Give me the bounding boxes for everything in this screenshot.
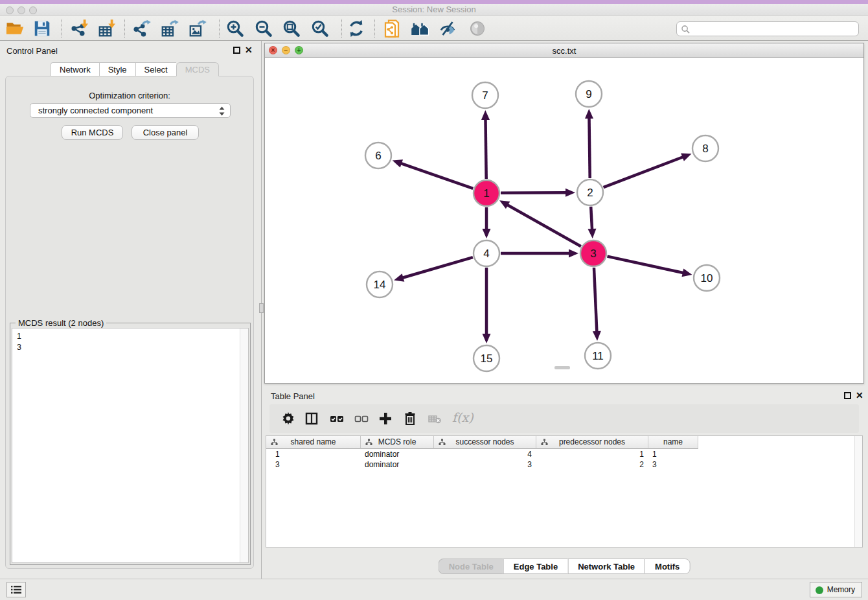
panel-splitter[interactable] — [259, 41, 264, 579]
svg-text:6: 6 — [375, 150, 381, 162]
apply-layout-icon[interactable] — [347, 19, 366, 38]
node-table: shared nameMCDS rolesuccessor nodesprede… — [266, 435, 863, 548]
graph-edge-2-8[interactable] — [604, 153, 692, 187]
tab-mcds[interactable]: MCDS — [176, 62, 219, 76]
graph-node-10[interactable]: 10 — [694, 265, 720, 291]
show-all-icon[interactable] — [411, 19, 430, 38]
tab-edge-table[interactable]: Edge Table — [503, 559, 567, 574]
import-table-icon[interactable] — [97, 19, 117, 38]
graph-edge-1-4[interactable] — [483, 207, 491, 238]
graph-edge-3-1[interactable] — [499, 200, 581, 246]
delete-table-icon[interactable] — [427, 411, 442, 426]
close-panel-button[interactable]: Close panel — [131, 125, 199, 140]
close-panel-icon[interactable]: ✕ — [856, 391, 863, 400]
close-panel-icon[interactable]: ✕ — [245, 45, 253, 54]
graph-edge-2-9[interactable] — [585, 109, 593, 178]
table-cell[interactable]: 3 — [648, 459, 698, 470]
table-cell[interactable]: 3 — [266, 459, 361, 470]
open-session-icon[interactable] — [5, 19, 25, 38]
graph-node-8[interactable]: 8 — [692, 135, 718, 161]
graph-edge-1-7[interactable] — [481, 110, 490, 179]
column-header-successor-nodes[interactable]: successor nodes — [434, 436, 536, 449]
show-columns-icon[interactable] — [304, 411, 319, 426]
graph-edge-1-2[interactable] — [501, 189, 575, 197]
export-network-icon[interactable] — [132, 19, 152, 38]
splitter-grip-icon[interactable] — [259, 303, 264, 313]
graph-node-15[interactable]: 15 — [474, 345, 499, 371]
table-cell[interactable]: dominator — [361, 459, 434, 470]
float-panel-icon[interactable] — [233, 47, 240, 54]
graph-edge-2-3[interactable] — [588, 207, 596, 238]
toolbar-separator — [124, 19, 125, 38]
float-panel-icon[interactable] — [844, 392, 851, 399]
new-network-icon[interactable] — [382, 19, 402, 38]
table-cell[interactable]: 1 — [648, 449, 698, 459]
import-network-icon[interactable] — [70, 19, 89, 38]
table-cell[interactable]: 4 — [434, 449, 536, 459]
table-settings-icon[interactable] — [280, 411, 296, 426]
column-header-MCDS-role[interactable]: MCDS role — [361, 436, 434, 449]
delete-column-icon[interactable] — [402, 411, 418, 426]
search-input[interactable] — [694, 23, 854, 35]
tab-network[interactable]: Network — [51, 62, 99, 76]
graph-node-14[interactable]: 14 — [367, 271, 393, 297]
svg-text:1: 1 — [483, 187, 489, 200]
graph-node-2[interactable]: 2 — [577, 179, 603, 205]
network-canvas[interactable]: 1234678910111415 — [265, 58, 863, 384]
tab-node-table[interactable]: Node Table — [439, 559, 503, 574]
graph-edge-4-3[interactable] — [501, 249, 578, 258]
table-scrollbar[interactable] — [854, 436, 862, 547]
function-builder-icon[interactable]: f(x) — [452, 410, 474, 424]
zoom-fit-icon[interactable] — [282, 19, 301, 38]
table-row[interactable]: 3dominator323 — [266, 459, 856, 470]
column-header-shared-name[interactable]: shared name — [266, 436, 361, 449]
tab-motifs[interactable]: Motifs — [645, 559, 690, 574]
memory-button[interactable]: Memory — [810, 582, 862, 597]
zoom-in-icon[interactable] — [225, 19, 245, 38]
graph-edge-4-14[interactable] — [394, 257, 473, 281]
deselect-all-rows-icon[interactable] — [354, 411, 369, 426]
graph-node-3[interactable]: 3 — [580, 240, 606, 266]
graph-edge-3-10[interactable] — [607, 257, 692, 277]
add-column-icon[interactable] — [378, 411, 393, 426]
graph-node-11[interactable]: 11 — [585, 343, 611, 369]
result-line: 1 — [17, 331, 21, 342]
table-cell[interactable]: 2 — [536, 459, 648, 470]
graph-edge-4-15[interactable] — [483, 268, 491, 343]
show-hidden-icon[interactable] — [468, 19, 487, 38]
svg-text:11: 11 — [592, 350, 604, 362]
table-cell[interactable]: 1 — [536, 449, 648, 459]
mcds-result-textarea[interactable]: 13 — [12, 328, 249, 563]
run-mcds-button[interactable]: Run MCDS — [62, 125, 123, 140]
optimization-criterion-select[interactable]: strongly connected component — [30, 103, 231, 118]
tab-network-table[interactable]: Network Table — [567, 559, 645, 574]
graph-node-4[interactable]: 4 — [474, 240, 499, 266]
task-history-button[interactable] — [6, 582, 26, 597]
network-window-titlebar[interactable]: × − + scc.txt — [265, 43, 863, 58]
table-row[interactable]: 1dominator411 — [266, 449, 856, 459]
graph-edge-1-6[interactable] — [393, 159, 473, 188]
table-cell[interactable]: 1 — [266, 449, 361, 459]
toolbar-separator — [61, 19, 62, 38]
graph-edge-3-11[interactable] — [593, 268, 601, 341]
graph-node-9[interactable]: 9 — [576, 81, 602, 107]
select-all-rows-icon[interactable] — [329, 411, 345, 426]
svg-text:2: 2 — [587, 187, 593, 199]
zoom-selected-icon[interactable] — [310, 19, 330, 38]
graph-node-1[interactable]: 1 — [474, 180, 499, 206]
hide-selected-icon[interactable] — [438, 19, 457, 38]
result-scrollbar[interactable] — [240, 329, 248, 562]
export-table-icon[interactable] — [160, 19, 179, 38]
table-cell[interactable]: dominator — [361, 449, 434, 459]
column-header-predecessor-nodes[interactable]: predecessor nodes — [536, 436, 648, 449]
graph-node-6[interactable]: 6 — [365, 143, 391, 168]
zoom-out-icon[interactable] — [254, 19, 273, 38]
tab-style[interactable]: Style — [99, 62, 135, 76]
tab-select[interactable]: Select — [135, 62, 176, 76]
canvas-scrollbar[interactable] — [554, 366, 570, 369]
column-header-name[interactable]: name — [648, 436, 698, 449]
save-session-icon[interactable] — [32, 19, 52, 38]
export-image-icon[interactable] — [188, 19, 207, 38]
graph-node-7[interactable]: 7 — [472, 82, 498, 108]
table-cell[interactable]: 3 — [434, 459, 536, 470]
